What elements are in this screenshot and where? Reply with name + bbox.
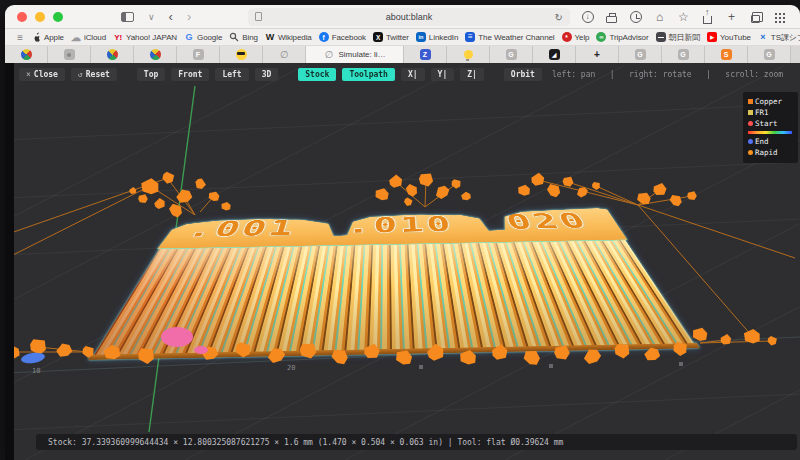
- chevron-down-icon[interactable]: ∨: [148, 12, 155, 22]
- tab-5[interactable]: F: [177, 46, 220, 63]
- engraved-label: .010: [345, 212, 455, 238]
- tab-active-simulate[interactable]: ∅Simulate: li…: [306, 46, 404, 63]
- engraved-label: .020: [477, 209, 593, 235]
- bookmark-ts-shift[interactable]: ×TS課シフト: [758, 32, 800, 43]
- bookmark-asahi[interactable]: 朝日新聞: [656, 32, 701, 43]
- left-edge-strip: [5, 63, 14, 460]
- sphere-favicon: [107, 49, 118, 60]
- favorites-star-icon[interactable]: ☆: [677, 10, 690, 24]
- legend-rapid: Rapid: [748, 147, 792, 158]
- close-button[interactable]: ×Close: [19, 68, 65, 81]
- tab-17[interactable]: G: [748, 46, 791, 63]
- bookmark-google[interactable]: GGoogle: [184, 32, 222, 42]
- g-favicon: G: [635, 49, 646, 60]
- axis-z-button[interactable]: Z|: [460, 68, 484, 81]
- legend-start: Start: [748, 118, 792, 129]
- print-icon[interactable]: [605, 10, 618, 24]
- g-favicon: G: [764, 49, 775, 60]
- forward-icon[interactable]: ›: [187, 9, 191, 24]
- yahoo-icon: Y!: [113, 32, 123, 42]
- bookmarks-bar: ≡ Apple ☁iCloud Y!Yahoo! JAPAN GGoogle B…: [5, 29, 800, 46]
- blank-favicon: ∅: [279, 49, 290, 60]
- grid-tick-label: 10: [32, 367, 40, 375]
- linkedin-icon: in: [416, 32, 426, 42]
- move-crosshair-favicon: +: [592, 49, 603, 60]
- bookmark-apple[interactable]: Apple: [32, 32, 64, 43]
- tab-1[interactable]: [5, 46, 48, 63]
- bookmark-bing[interactable]: Bing: [229, 32, 258, 42]
- s-favicon: S: [721, 49, 732, 60]
- twitter-x-icon: X: [373, 32, 383, 42]
- cloud-icon: ☁: [71, 32, 81, 42]
- z-favicon: Z: [420, 49, 431, 60]
- downloads-icon[interactable]: ↓: [581, 10, 594, 24]
- axis-x-button[interactable]: X|: [401, 68, 425, 81]
- stock-toggle-button[interactable]: Stock: [298, 68, 336, 81]
- tab-overview-icon[interactable]: [773, 10, 786, 24]
- bookmark-yelp[interactable]: *Yelp: [562, 32, 590, 42]
- orbit-button[interactable]: Orbit: [504, 68, 542, 81]
- close-icon: ×: [26, 70, 31, 79]
- 3d-viewport[interactable]: 10 20 .001 .010 .020: [5, 63, 800, 460]
- pcb-stock: .001 .010 .020: [88, 352, 700, 353]
- tab-4[interactable]: [134, 46, 177, 63]
- home-icon[interactable]: ⌂: [653, 10, 666, 24]
- view-left-button[interactable]: Left: [215, 68, 248, 81]
- share-icon[interactable]: [701, 10, 714, 24]
- legend-copper: Copper: [748, 96, 792, 107]
- axis-y-button[interactable]: Y|: [431, 68, 455, 81]
- zoom-window-button[interactable]: [53, 12, 63, 22]
- bookmark-youtube[interactable]: ▶YouTube: [707, 32, 751, 42]
- pcb-board-surface: .001 .010 .020: [88, 204, 700, 360]
- toolpath-toggle-button[interactable]: Toolpath: [342, 68, 395, 81]
- sphere-favicon: [150, 49, 161, 60]
- tab-7[interactable]: ∅: [263, 46, 306, 63]
- tab-14[interactable]: G: [619, 46, 662, 63]
- traffic-lights: [17, 12, 63, 22]
- g-favicon: G: [506, 49, 517, 60]
- tab-12[interactable]: ◢: [533, 46, 576, 63]
- address-bar[interactable]: about:blank ↻: [248, 8, 570, 26]
- browser-window: ∨ ‹ › about:blank ↻ ↓ ⌂ ☆ + ≡ Apple ☁iCl…: [5, 5, 800, 460]
- reload-icon[interactable]: ↻: [555, 12, 563, 23]
- view-3d-button[interactable]: 3D: [255, 68, 279, 81]
- bookmark-wikipedia[interactable]: WWikipedia: [265, 32, 312, 42]
- bookmark-linkedin[interactable]: inLinkedIn: [416, 32, 458, 42]
- google-icon: G: [184, 32, 194, 42]
- asahi-icon: [656, 32, 666, 42]
- bookmark-yahoo-japan[interactable]: Y!Yahoo! JAPAN: [113, 32, 177, 42]
- reset-button[interactable]: ↺Reset: [71, 68, 117, 81]
- tab-9[interactable]: Z: [404, 46, 447, 63]
- tab-2[interactable]: [48, 46, 91, 63]
- bookmark-twitter[interactable]: XTwitter: [373, 32, 409, 42]
- bookmark-weather-channel[interactable]: ≡The Weather Channel: [465, 32, 554, 42]
- weather-channel-icon: ≡: [465, 32, 475, 42]
- magnifier-icon: [229, 32, 239, 42]
- view-top-button[interactable]: Top: [137, 68, 165, 81]
- new-tab-icon[interactable]: +: [725, 10, 738, 24]
- legend-end: End: [748, 136, 792, 147]
- tab-13[interactable]: +: [576, 46, 619, 63]
- view-front-button[interactable]: Front: [171, 68, 209, 81]
- bookmarks-list-icon[interactable]: ≡: [15, 32, 25, 42]
- bookmark-facebook[interactable]: fFacebook: [319, 32, 366, 42]
- browser-titlebar: ∨ ‹ › about:blank ↻ ↓ ⌂ ☆ +: [5, 5, 800, 29]
- status-bar: Stock: 37.339360999644434 × 12.800325087…: [36, 434, 797, 450]
- duplicate-tab-icon[interactable]: [749, 10, 762, 24]
- close-window-button[interactable]: [17, 12, 27, 22]
- minimize-window-button[interactable]: [35, 12, 45, 22]
- tab-11[interactable]: G: [490, 46, 533, 63]
- engraved-label: .001: [182, 215, 299, 242]
- tab-6[interactable]: [220, 46, 263, 63]
- bookmark-icloud[interactable]: ☁iCloud: [71, 32, 106, 42]
- sidebar-toggle-icon[interactable]: [121, 12, 134, 22]
- tab-15[interactable]: G: [662, 46, 705, 63]
- tab-3[interactable]: [91, 46, 134, 63]
- back-icon[interactable]: ‹: [169, 9, 173, 24]
- bookmark-tripadvisor[interactable]: ∞TripAdvisor: [596, 32, 648, 42]
- history-icon[interactable]: [629, 10, 642, 24]
- tab-10[interactable]: [447, 46, 490, 63]
- facebook-icon: f: [319, 32, 329, 42]
- wikipedia-icon: W: [265, 32, 275, 42]
- tab-16[interactable]: S: [705, 46, 748, 63]
